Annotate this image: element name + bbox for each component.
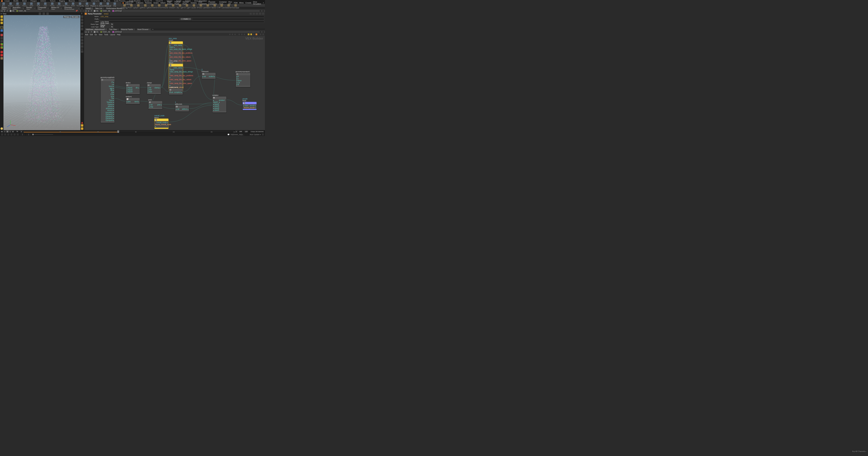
tl-loop-left-icon[interactable]: ◂ — [20, 130, 23, 133]
houdini-logo-icon[interactable] — [1, 0, 3, 2]
parm-postfix-field[interactable] — [192, 18, 264, 20]
shelf2-logo-icon[interactable] — [123, 2, 124, 4]
nav-up-icon[interactable]: ⤴ — [6, 10, 8, 12]
tl-first-button[interactable]: ⏮ — [1, 130, 3, 133]
viewport-persp-chip[interactable]: Persp▾ — [63, 16, 70, 18]
crumb-tower[interactable]: tower_obj — [16, 10, 27, 12]
menu-constraints[interactable]: Constraints — [91, 0, 100, 2]
sb-btn6-icon[interactable] — [17, 133, 19, 135]
net-crumb-geo[interactable]: tower_obj — [100, 31, 111, 33]
close-icon[interactable]: × — [118, 29, 118, 30]
parm-nav-fwd-icon[interactable]: ▸ — [88, 10, 90, 12]
menu-muscles[interactable]: Muscles — [69, 0, 75, 2]
tool-xray-icon[interactable] — [1, 40, 3, 42]
net-tb-frame-icon[interactable] — [262, 33, 264, 35]
parm-tab-take-list[interactable]: Take List× — [94, 7, 105, 9]
shelf2-portal-light[interactable]: Portal Light — [198, 4, 204, 9]
sb-field-b[interactable]: 1 — [26, 133, 31, 136]
sb-refresh-icon[interactable] — [262, 133, 264, 135]
shelf2-ambient-light[interactable]: Ambient Light — [205, 4, 211, 9]
net-crumb-vop[interactable]: pointvop2 — [112, 31, 123, 33]
node-parm1[interactable]: overall_scaleparm1◐overall_scale bound_o… — [154, 115, 168, 129]
node-geometryvopglobal1[interactable]: geometryvopglobal1P v force age life id … — [100, 76, 115, 123]
net-tab-add-button[interactable]: + — [152, 28, 154, 30]
parm-crumb-vop[interactable]: pointvop2 — [112, 10, 123, 12]
shelf2-gi-light[interactable]: GI Light — [184, 4, 190, 9]
disp-bg-icon[interactable] — [81, 50, 83, 53]
close-icon[interactable]: × — [48, 8, 49, 9]
tool-move-icon[interactable] — [1, 26, 3, 29]
sb-btn5-icon[interactable] — [13, 133, 16, 135]
menu2-collisions[interactable]: Collisions — [136, 2, 144, 4]
view-help-icon[interactable]: ? — [81, 13, 82, 15]
menu-hair-utils[interactable]: Hair Utils — [103, 0, 111, 2]
close-icon[interactable]: × — [23, 8, 24, 9]
disp-normals-icon[interactable] — [81, 36, 83, 38]
sb-btn4-icon[interactable] — [10, 133, 12, 135]
close-icon[interactable]: × — [92, 8, 92, 9]
menu2-add-icon[interactable]: + — [263, 2, 264, 4]
parm-colortype-dropdown[interactable]: RGB⇅ — [100, 26, 114, 28]
net-pin-icon[interactable] — [259, 31, 261, 33]
net-split-icon[interactable] — [262, 31, 264, 33]
parm-tab-ramp1[interactable]: ramp1× — [85, 7, 94, 9]
close-icon[interactable]: × — [78, 8, 79, 9]
sb-autoupdate-dropdown[interactable]: Auto Update ▾ — [250, 134, 261, 135]
tool-snap-icon[interactable] — [1, 37, 3, 39]
snap-curve-icon[interactable] — [46, 12, 49, 15]
parm-crumb-obj[interactable]: obj — [93, 10, 99, 12]
menu2-grains[interactable]: Grains — [153, 2, 158, 4]
sb-slider[interactable] — [32, 134, 53, 135]
net-menu-add[interactable]: Add — [85, 34, 88, 36]
close-icon[interactable]: × — [105, 29, 106, 30]
tl-play-button[interactable]: ▸ — [9, 130, 11, 133]
parm-label-field[interactable]: Color Ramp — [100, 21, 264, 23]
disp-uvs-icon[interactable] — [81, 39, 83, 41]
parm-crumb-geo[interactable]: tower_obj — [100, 10, 111, 12]
menu-terrain-fx[interactable]: Terrain FX — [144, 0, 152, 2]
node-mulconst1[interactable]: 2mulconst1×n valscaled — [202, 69, 216, 79]
shelf2-switcher[interactable]: Switcher — [226, 4, 231, 9]
shelf-l-system[interactable]: L-System — [98, 2, 104, 7]
close-icon[interactable]: × — [61, 8, 62, 9]
net-tab-3[interactable]: Asset Browser× — [136, 28, 151, 31]
sb-btn1-icon[interactable] — [1, 133, 3, 135]
net-menu-tools[interactable]: Tools — [104, 34, 108, 36]
tool-handles-icon[interactable] — [1, 34, 3, 36]
shelf2-environment-light[interactable]: Environment Light — [156, 4, 162, 9]
node-random1[interactable]: random1🎲 posrand — [126, 96, 140, 104]
net-menu-go[interactable]: Go — [95, 34, 97, 36]
node-pow1[interactable]: pow1xʸ valpow exp — [148, 99, 162, 109]
tl-mode-dropdown[interactable]: Key All Channels ▾ — [851, 450, 867, 453]
net-nav-up-icon[interactable]: ⤴ — [90, 31, 92, 33]
menu-guide-process[interactable]: Guide Process — [114, 0, 125, 2]
menu-model[interactable]: Model — [22, 0, 27, 2]
menu2-vellum[interactable]: Vellum — [160, 2, 165, 4]
shelf2-camera[interactable]: Camera — [122, 4, 127, 9]
parm-nav-back-icon[interactable]: ◂ — [85, 10, 87, 12]
tl-last-button[interactable]: ⏭ — [12, 130, 14, 133]
sb-btn2-icon[interactable] — [4, 133, 6, 135]
disp-ghost-icon[interactable] — [81, 25, 83, 27]
node-geometryvopoutput1[interactable]: geometryvopoutput1 P v force Cd N — [236, 71, 250, 87]
net-nav-back-icon[interactable]: ◂ — [85, 31, 87, 33]
tl-prev-button[interactable]: ◂ — [3, 130, 6, 133]
network-canvas[interactable]: VEX Builder geometryvopglobal1P v force … — [84, 36, 265, 130]
tool-brush-icon[interactable] — [1, 22, 3, 24]
nav-pin-icon[interactable]: 📌 — [75, 10, 78, 12]
disp-points-icon[interactable] — [81, 33, 83, 35]
net-tb-cube-icon[interactable] — [255, 33, 257, 35]
tab-add-button[interactable]: + — [81, 7, 83, 9]
net-tb-tree-icon[interactable] — [234, 33, 236, 35]
crumb-obj[interactable]: obj — [9, 10, 15, 12]
shelf2-spot-light[interactable]: Spot Light — [135, 4, 141, 9]
tool-lasso-icon[interactable] — [1, 19, 3, 21]
net-tb-wrench-icon[interactable] — [229, 33, 231, 35]
viewport-cam-chip[interactable]: No cam▾ — [71, 16, 79, 18]
tool-magnet-icon[interactable] — [1, 51, 3, 53]
tool-light-icon[interactable] — [1, 127, 3, 130]
snap-point-icon[interactable] — [42, 12, 45, 15]
parm-ramptype-dropdown[interactable]: RGB Color Ramp⇅ — [100, 23, 114, 25]
tl-range-end-field[interactable]: 168 — [244, 131, 249, 133]
net-tb-color1-icon[interactable] — [248, 33, 250, 35]
